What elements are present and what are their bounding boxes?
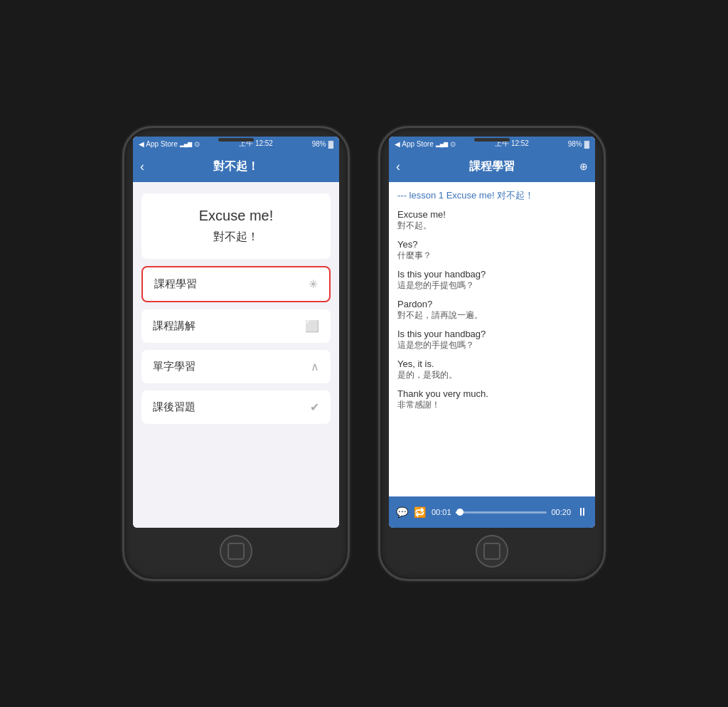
menu-item-0[interactable]: 課程學習 ✳	[141, 266, 331, 302]
menu-label-0: 課程學習	[154, 277, 197, 291]
dialogue-container: Excuse me! 對不起。 Yes? 什麼事？ Is this your h…	[397, 209, 587, 418]
back-button-2[interactable]: ‹	[396, 159, 413, 174]
menu-item-2[interactable]: 單字學習 ∧	[141, 350, 331, 383]
nav-bar-1: ‹ 對不起！	[133, 151, 339, 182]
phone-2-screen: ◀ App Store ▂▄▆ ⊙ 上午 12:52 98% ▓ ‹ 課程學習 …	[389, 137, 595, 528]
nav-title-2: 課程學習	[413, 159, 571, 174]
status-right-2: 98% ▓	[568, 140, 589, 148]
menu-icon-1: ⬜	[305, 319, 319, 333]
search-icon[interactable]: ⊕	[571, 161, 588, 172]
menu-icon-2: ∧	[311, 360, 319, 373]
lesson-english: Excuse me!	[153, 208, 319, 224]
menu-item-1[interactable]: 課程講解 ⬜	[141, 309, 331, 343]
status-right-1: 98% ▓	[312, 140, 333, 148]
dialogue-block-1[interactable]: Yes? 什麼事？	[397, 239, 587, 262]
phone-speaker-2	[474, 138, 510, 142]
audio-time-start: 00:01	[432, 508, 451, 516]
screen2-content: --- lesson 1 Excuse me! 对不起！ Excuse me! …	[389, 182, 595, 496]
signal-icon-2: ▂▄▆	[436, 141, 449, 147]
menu-item-3[interactable]: 課後習題 ✔	[141, 390, 331, 424]
dialogue-zh-3: 對不起，請再說一遍。	[397, 309, 587, 321]
chat-icon[interactable]: 💬	[396, 506, 408, 518]
signal-icon-1: ▂▄▆	[180, 141, 193, 147]
dialogue-block-3[interactable]: Pardon? 對不起，請再說一遍。	[397, 299, 587, 321]
home-button-2[interactable]	[476, 535, 508, 568]
dialogue-block-2[interactable]: Is this your handbag? 這是您的手提包嗎？	[397, 269, 587, 292]
phone-2: ◀ App Store ▂▄▆ ⊙ 上午 12:52 98% ▓ ‹ 課程學習 …	[378, 126, 606, 581]
menu-icon-0: ✳	[309, 277, 318, 291]
dialogue-block-4[interactable]: Is this your handbag? 這是您的手提包嗎？	[397, 329, 587, 351]
wifi-icon-1: ⊙	[194, 140, 200, 148]
dialogue-zh-0: 對不起。	[397, 220, 587, 232]
status-left-2: ◀ App Store ▂▄▆ ⊙	[395, 140, 456, 148]
nav-bar-2: ‹ 課程學習 ⊕	[389, 151, 595, 182]
dialogue-zh-1: 什麼事？	[397, 250, 587, 262]
battery-icon-1: ▓	[328, 140, 333, 148]
battery-2: 98%	[568, 140, 582, 148]
dialogue-en-4: Is this your handbag?	[397, 329, 587, 339]
phone-speaker	[218, 138, 254, 142]
menu-label-3: 課後習題	[153, 400, 196, 414]
dialogue-en-0: Excuse me!	[397, 209, 587, 220]
appstore-back-1[interactable]: ◀ App Store	[139, 140, 178, 148]
audio-time-end: 00:20	[551, 508, 571, 516]
phone-1-screen: ◀ App Store ▂▄▆ ⊙ 上午 12:52 98% ▓ ‹ 對不起！ …	[133, 137, 339, 528]
lesson-title-card: Excuse me! 對不起！	[141, 193, 331, 259]
menu-label-1: 課程講解	[153, 319, 196, 333]
dialogue-block-5[interactable]: Yes, it is. 是的，是我的。	[397, 358, 587, 381]
menu-icon-3: ✔	[310, 400, 319, 414]
audio-progress: 00:01 00:20	[432, 508, 571, 516]
dialogue-en-2: Is this your handbag?	[397, 269, 587, 280]
dialogue-zh-6: 非常感謝！	[397, 399, 587, 411]
pause-icon[interactable]: ⏸	[577, 506, 588, 519]
dialogue-en-1: Yes?	[397, 239, 587, 250]
lesson-chinese: 對不起！	[153, 230, 319, 245]
wifi-icon-2: ⊙	[450, 140, 456, 148]
dialogue-en-6: Thank you very much.	[397, 388, 587, 399]
battery-1: 98%	[312, 140, 326, 148]
dialogue-en-3: Pardon?	[397, 299, 587, 309]
home-button-1[interactable]	[220, 535, 252, 568]
screen1-content: Excuse me! 對不起！ 課程學習 ✳ 課程講解 ⬜ 單字學習 ∧ 課後習…	[133, 182, 339, 528]
repeat-icon[interactable]: 🔁	[414, 506, 426, 518]
dialogue-zh-2: 這是您的手提包嗎？	[397, 280, 587, 292]
nav-title-1: 對不起！	[157, 159, 315, 174]
lesson-heading: --- lesson 1 Excuse me! 对不起！	[397, 189, 587, 202]
dialogue-en-5: Yes, it is.	[397, 358, 587, 369]
menu-label-2: 單字學習	[153, 360, 196, 373]
audio-bar[interactable]: 💬 🔁 00:01 00:20 ⏸	[389, 496, 595, 528]
battery-icon-2: ▓	[584, 140, 589, 148]
back-button-1[interactable]: ‹	[140, 159, 157, 174]
progress-dot	[456, 509, 464, 516]
appstore-back-2[interactable]: ◀ App Store	[395, 140, 434, 148]
dialogue-block-0[interactable]: Excuse me! 對不起。	[397, 209, 587, 232]
dialogue-block-6[interactable]: Thank you very much. 非常感謝！	[397, 388, 587, 411]
dialogue-zh-5: 是的，是我的。	[397, 369, 587, 381]
phone-1: ◀ App Store ▂▄▆ ⊙ 上午 12:52 98% ▓ ‹ 對不起！ …	[122, 126, 350, 581]
dialogue-zh-4: 這是您的手提包嗎？	[397, 339, 587, 351]
progress-bar[interactable]	[456, 511, 547, 514]
status-left-1: ◀ App Store ▂▄▆ ⊙	[139, 140, 200, 148]
